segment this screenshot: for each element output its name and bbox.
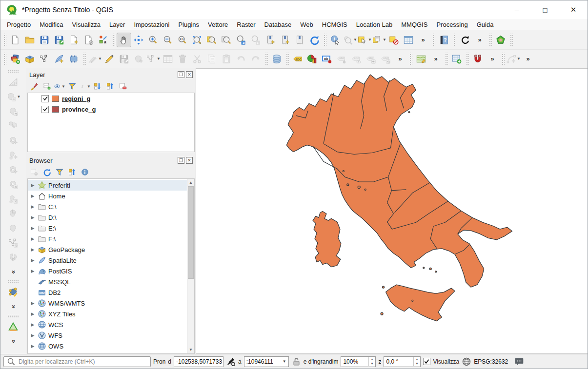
new-print-layout-button[interactable] — [66, 33, 81, 47]
browser-item-wms-wmts[interactable]: ▶WMS/WMTS — [28, 298, 194, 309]
chevron-down-icon[interactable]: ▼ — [98, 57, 102, 61]
layer-visibility-checkbox[interactable] — [41, 106, 49, 113]
refresh-browser-button[interactable] — [41, 167, 53, 178]
reload-button[interactable] — [458, 33, 472, 47]
browser-item-db2[interactable]: DB2DB2 — [28, 287, 194, 298]
open-project-button[interactable] — [22, 33, 37, 47]
snapping-options-button[interactable] — [470, 52, 485, 66]
menu-guida[interactable]: Guida — [472, 20, 498, 29]
browser-item-postgis[interactable]: ▶PostGIS — [28, 266, 194, 276]
layer-item-province_g[interactable]: province_g — [28, 104, 194, 115]
close-button[interactable]: ✕ — [559, 0, 588, 19]
save-project-button[interactable] — [37, 33, 52, 47]
scroll-up-icon[interactable]: ▲ — [187, 179, 194, 186]
expand-arrow-icon[interactable]: ▶ — [30, 269, 36, 273]
expand-arrow-icon[interactable]: ▶ — [30, 215, 36, 220]
toolbar-overflow-button[interactable]: » — [5, 334, 21, 349]
menu-mmqgis[interactable]: MMQGIS — [397, 20, 432, 29]
expand-arrow-icon[interactable]: ▶ — [30, 183, 36, 188]
new-scratch-layer-button[interactable] — [66, 52, 81, 66]
zoom-full-button[interactable] — [190, 33, 204, 47]
layer-name[interactable]: province_g — [62, 106, 96, 113]
menu-visualizza[interactable]: Visualizza — [68, 20, 105, 29]
expand-arrow-icon[interactable]: ▶ — [30, 204, 36, 209]
menu-impostazioni[interactable]: Impostazioni — [129, 20, 174, 29]
zoom-to-layer-button[interactable] — [204, 33, 219, 47]
lock-scale-icon[interactable] — [291, 357, 301, 367]
layer-item-regioni_g[interactable]: regioni_g — [28, 93, 194, 104]
minimize-button[interactable]: – — [503, 0, 531, 19]
maptips-button[interactable] — [414, 52, 428, 66]
expand-arrow-icon[interactable]: ▶ — [30, 333, 36, 338]
messages-icon[interactable] — [514, 357, 524, 367]
show-layout-manager-button[interactable] — [81, 33, 96, 47]
toolbar-overflow-button[interactable]: » — [428, 52, 443, 66]
locator-input[interactable] — [19, 358, 148, 365]
open-attribute-table-button[interactable] — [401, 33, 416, 47]
chevron-down-icon[interactable]: ▼ — [87, 84, 91, 89]
pan-map-button[interactable] — [117, 33, 131, 47]
menu-modifica[interactable]: Modifica — [35, 20, 67, 29]
menu-layer[interactable]: Layer — [105, 20, 130, 29]
collapse-all-button[interactable] — [104, 81, 116, 92]
open-layer-styling-button[interactable] — [28, 81, 40, 92]
toolbar-overflow-button[interactable]: » — [485, 52, 500, 66]
menu-web[interactable]: Web — [296, 20, 318, 29]
zoom-in-button[interactable] — [146, 33, 161, 47]
browser-item-e-[interactable]: ▶E:\ — [28, 223, 194, 233]
zoom-out-button[interactable] — [161, 33, 175, 47]
menu-hcmgis[interactable]: HCMGIS — [318, 20, 352, 29]
grass-tools-button[interactable] — [5, 319, 21, 334]
toolbar-overflow-button[interactable]: » — [393, 52, 407, 66]
save-project-as-button[interactable] — [52, 33, 66, 47]
browser-item-spatialite[interactable]: ▶SpatiaLite — [28, 255, 194, 266]
show-bookmarks-button[interactable] — [278, 33, 292, 47]
float-panel-icon[interactable]: ❐ — [178, 71, 184, 78]
db-manager-button[interactable] — [269, 52, 284, 66]
new-map-view-button[interactable] — [449, 52, 464, 66]
menu-vettore[interactable]: Vettore — [203, 20, 232, 29]
deselect-all-button[interactable] — [386, 33, 401, 47]
browser-item-geopackage[interactable]: ▶GeoPackage — [28, 244, 194, 255]
crs-status[interactable]: EPSG:32632 — [474, 358, 508, 365]
browser-item-ows[interactable]: ▶OWS — [28, 341, 194, 351]
labeling-options-button[interactable]: ab — [320, 52, 334, 66]
check-geometries-button[interactable] — [5, 285, 21, 299]
browser-item-d-[interactable]: ▶D:\ — [28, 212, 194, 223]
layer-diagram-button[interactable] — [305, 52, 320, 66]
browser-item-c-[interactable]: ▶C:\ — [28, 201, 194, 212]
toolbar-overflow-button[interactable]: » — [521, 52, 535, 66]
help-button[interactable]: ? — [437, 33, 451, 47]
render-checkbox[interactable]: Visualizza — [423, 358, 459, 365]
manage-map-themes-button[interactable]: ▼ — [54, 81, 65, 92]
toolbar-overflow-button[interactable]: » — [472, 33, 487, 47]
chevron-down-icon[interactable]: ▼ — [517, 57, 521, 61]
expand-arrow-icon[interactable]: ▶ — [30, 301, 36, 306]
pan-to-selection-button[interactable] — [131, 33, 146, 47]
layer-labeling-button[interactable]: abc — [290, 52, 305, 66]
new-project-button[interactable] — [8, 33, 22, 47]
expand-arrow-icon[interactable]: ▶ — [30, 236, 36, 241]
crs-globe-icon[interactable] — [462, 357, 471, 367]
toggle-editing-button[interactable] — [102, 52, 117, 66]
collapse-all-button[interactable] — [66, 167, 78, 178]
expand-arrow-icon[interactable]: ▶ — [30, 258, 36, 263]
menu-location-lab[interactable]: Location Lab — [352, 20, 397, 29]
properties-button[interactable] — [79, 167, 91, 178]
menu-database[interactable]: Database — [260, 20, 296, 29]
browser-item-home[interactable]: ▶Home — [28, 191, 194, 201]
chevron-down-icon[interactable]: ▼ — [157, 57, 161, 61]
toolbar-overflow-button[interactable]: » — [5, 265, 21, 279]
close-panel-icon[interactable]: ✕ — [186, 71, 193, 78]
maximize-button[interactable]: □ — [531, 0, 559, 19]
expand-all-button[interactable] — [92, 81, 103, 92]
browser-item-xyz-tiles[interactable]: ▶XYZ Tiles — [28, 309, 194, 319]
filter-browser-button[interactable] — [54, 167, 65, 178]
float-panel-icon[interactable]: ❐ — [178, 157, 184, 164]
coordinate-field[interactable]: -102538,5071733 — [174, 356, 223, 367]
new-bookmark-button[interactable] — [263, 33, 278, 47]
toolbar-overflow-button[interactable]: » — [416, 33, 430, 47]
scrollbar-thumb[interactable] — [188, 186, 194, 279]
zoom-native-button[interactable]: 1:1 — [175, 33, 190, 47]
style-manager-button[interactable]: a — [96, 33, 110, 47]
